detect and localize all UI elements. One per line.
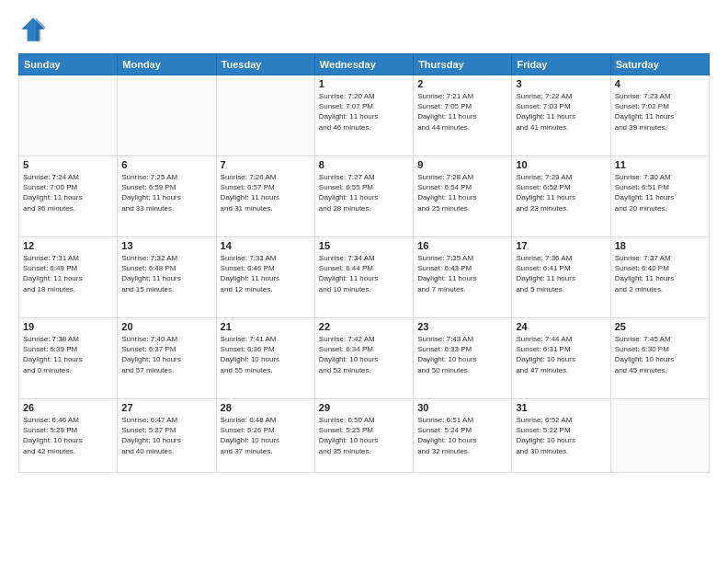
- day-number: 26: [23, 402, 113, 413]
- weekday-header-sunday: Sunday: [19, 54, 118, 75]
- weekday-header-thursday: Thursday: [414, 54, 512, 75]
- day-number: 21: [221, 321, 311, 332]
- day-info: Sunrise: 6:51 AM Sunset: 5:24 PM Dayligh…: [417, 415, 507, 456]
- day-cell: 20Sunrise: 7:40 AM Sunset: 6:37 PM Dayli…: [118, 318, 216, 399]
- day-cell: 23Sunrise: 7:43 AM Sunset: 6:33 PM Dayli…: [414, 318, 512, 399]
- svg-marker-0: [21, 17, 45, 41]
- day-number: 30: [417, 402, 507, 413]
- day-info: Sunrise: 7:27 AM Sunset: 6:55 PM Dayligh…: [319, 172, 409, 213]
- day-cell: [610, 399, 709, 473]
- day-number: 2: [417, 78, 507, 89]
- day-number: 18: [615, 240, 705, 251]
- day-cell: 26Sunrise: 6:46 AM Sunset: 5:29 PM Dayli…: [19, 399, 118, 473]
- day-number: 13: [121, 240, 211, 251]
- day-cell: 6Sunrise: 7:25 AM Sunset: 6:59 PM Daylig…: [118, 156, 216, 237]
- day-cell: 1Sunrise: 7:20 AM Sunset: 7:07 PM Daylig…: [314, 75, 413, 156]
- day-number: 8: [319, 159, 409, 170]
- day-number: 3: [516, 78, 606, 89]
- day-cell: 3Sunrise: 7:22 AM Sunset: 7:03 PM Daylig…: [512, 75, 610, 156]
- day-cell: 12Sunrise: 7:31 AM Sunset: 6:49 PM Dayli…: [19, 237, 118, 318]
- day-info: Sunrise: 7:32 AM Sunset: 6:48 PM Dayligh…: [121, 253, 211, 294]
- weekday-header-friday: Friday: [512, 54, 610, 75]
- day-info: Sunrise: 7:37 AM Sunset: 6:40 PM Dayligh…: [615, 253, 705, 294]
- day-info: Sunrise: 6:52 AM Sunset: 5:22 PM Dayligh…: [516, 415, 606, 456]
- day-number: 28: [221, 402, 311, 413]
- day-info: Sunrise: 7:22 AM Sunset: 7:03 PM Dayligh…: [516, 91, 606, 132]
- day-cell: 9Sunrise: 7:28 AM Sunset: 6:54 PM Daylig…: [414, 156, 512, 237]
- day-cell: 25Sunrise: 7:45 AM Sunset: 6:30 PM Dayli…: [610, 318, 709, 399]
- day-number: 14: [221, 240, 311, 251]
- day-cell: [118, 75, 216, 156]
- logo: [18, 15, 51, 44]
- day-info: Sunrise: 7:20 AM Sunset: 7:07 PM Dayligh…: [319, 91, 409, 132]
- day-info: Sunrise: 7:30 AM Sunset: 6:51 PM Dayligh…: [615, 172, 705, 213]
- day-number: 12: [23, 240, 113, 251]
- day-cell: [19, 75, 118, 156]
- day-cell: 19Sunrise: 7:38 AM Sunset: 6:39 PM Dayli…: [19, 318, 118, 399]
- day-number: 15: [319, 240, 409, 251]
- day-info: Sunrise: 7:25 AM Sunset: 6:59 PM Dayligh…: [121, 172, 211, 213]
- day-info: Sunrise: 7:33 AM Sunset: 6:46 PM Dayligh…: [221, 253, 311, 294]
- day-info: Sunrise: 7:35 AM Sunset: 6:43 PM Dayligh…: [417, 253, 507, 294]
- day-number: 27: [121, 402, 211, 413]
- day-cell: 10Sunrise: 7:29 AM Sunset: 6:52 PM Dayli…: [512, 156, 610, 237]
- day-info: Sunrise: 7:38 AM Sunset: 6:39 PM Dayligh…: [23, 334, 113, 375]
- day-number: 9: [417, 159, 507, 170]
- day-cell: 21Sunrise: 7:41 AM Sunset: 6:36 PM Dayli…: [216, 318, 314, 399]
- day-cell: 17Sunrise: 7:36 AM Sunset: 6:41 PM Dayli…: [512, 237, 610, 318]
- day-cell: 24Sunrise: 7:44 AM Sunset: 6:31 PM Dayli…: [512, 318, 610, 399]
- calendar-table: SundayMondayTuesdayWednesdayThursdayFrid…: [18, 53, 710, 473]
- day-cell: 28Sunrise: 6:48 AM Sunset: 5:26 PM Dayli…: [216, 399, 314, 473]
- day-number: 31: [516, 402, 606, 413]
- day-number: 10: [516, 159, 606, 170]
- day-info: Sunrise: 7:40 AM Sunset: 6:37 PM Dayligh…: [121, 334, 211, 375]
- day-number: 11: [615, 159, 705, 170]
- day-cell: 5Sunrise: 7:24 AM Sunset: 7:00 PM Daylig…: [19, 156, 118, 237]
- day-cell: 7Sunrise: 7:26 AM Sunset: 6:57 PM Daylig…: [216, 156, 314, 237]
- day-info: Sunrise: 7:43 AM Sunset: 6:33 PM Dayligh…: [417, 334, 507, 375]
- day-number: 20: [121, 321, 211, 332]
- day-cell: 4Sunrise: 7:23 AM Sunset: 7:02 PM Daylig…: [610, 75, 709, 156]
- day-info: Sunrise: 7:31 AM Sunset: 6:49 PM Dayligh…: [23, 253, 113, 294]
- day-cell: 14Sunrise: 7:33 AM Sunset: 6:46 PM Dayli…: [216, 237, 314, 318]
- day-cell: 11Sunrise: 7:30 AM Sunset: 6:51 PM Dayli…: [610, 156, 709, 237]
- day-info: Sunrise: 7:34 AM Sunset: 6:44 PM Dayligh…: [319, 253, 409, 294]
- day-number: 4: [615, 78, 705, 89]
- day-info: Sunrise: 7:45 AM Sunset: 6:30 PM Dayligh…: [615, 334, 705, 375]
- day-info: Sunrise: 7:24 AM Sunset: 7:00 PM Dayligh…: [23, 172, 113, 213]
- day-info: Sunrise: 6:46 AM Sunset: 5:29 PM Dayligh…: [23, 415, 113, 456]
- calendar-header: SundayMondayTuesdayWednesdayThursdayFrid…: [19, 54, 710, 75]
- logo-icon: [18, 15, 48, 44]
- day-number: 23: [417, 321, 507, 332]
- day-cell: 22Sunrise: 7:42 AM Sunset: 6:34 PM Dayli…: [314, 318, 413, 399]
- day-cell: 29Sunrise: 6:50 AM Sunset: 5:25 PM Dayli…: [314, 399, 413, 473]
- week-row-2: 12Sunrise: 7:31 AM Sunset: 6:49 PM Dayli…: [19, 237, 710, 318]
- day-info: Sunrise: 7:42 AM Sunset: 6:34 PM Dayligh…: [319, 334, 409, 375]
- day-info: Sunrise: 7:26 AM Sunset: 6:57 PM Dayligh…: [221, 172, 311, 213]
- day-info: Sunrise: 7:29 AM Sunset: 6:52 PM Dayligh…: [516, 172, 606, 213]
- weekday-header-tuesday: Tuesday: [216, 54, 314, 75]
- day-info: Sunrise: 7:23 AM Sunset: 7:02 PM Dayligh…: [615, 91, 705, 132]
- header: [18, 15, 710, 44]
- day-info: Sunrise: 7:21 AM Sunset: 7:05 PM Dayligh…: [417, 91, 507, 132]
- weekday-header-monday: Monday: [118, 54, 216, 75]
- calendar-body: 1Sunrise: 7:20 AM Sunset: 7:07 PM Daylig…: [19, 75, 710, 473]
- day-number: 5: [23, 159, 113, 170]
- day-cell: 27Sunrise: 6:47 AM Sunset: 5:27 PM Dayli…: [118, 399, 216, 473]
- day-cell: 13Sunrise: 7:32 AM Sunset: 6:48 PM Dayli…: [118, 237, 216, 318]
- day-number: 6: [121, 159, 211, 170]
- day-number: 7: [221, 159, 311, 170]
- day-info: Sunrise: 7:28 AM Sunset: 6:54 PM Dayligh…: [417, 172, 507, 213]
- day-cell: 2Sunrise: 7:21 AM Sunset: 7:05 PM Daylig…: [414, 75, 512, 156]
- day-cell: 31Sunrise: 6:52 AM Sunset: 5:22 PM Dayli…: [512, 399, 610, 473]
- day-number: 17: [516, 240, 606, 251]
- week-row-1: 5Sunrise: 7:24 AM Sunset: 7:00 PM Daylig…: [19, 156, 710, 237]
- day-number: 16: [417, 240, 507, 251]
- day-number: 24: [516, 321, 606, 332]
- day-info: Sunrise: 7:36 AM Sunset: 6:41 PM Dayligh…: [516, 253, 606, 294]
- day-cell: 16Sunrise: 7:35 AM Sunset: 6:43 PM Dayli…: [414, 237, 512, 318]
- day-number: 29: [319, 402, 409, 413]
- page: SundayMondayTuesdayWednesdayThursdayFrid…: [0, 0, 728, 563]
- day-number: 25: [615, 321, 705, 332]
- week-row-3: 19Sunrise: 7:38 AM Sunset: 6:39 PM Dayli…: [19, 318, 710, 399]
